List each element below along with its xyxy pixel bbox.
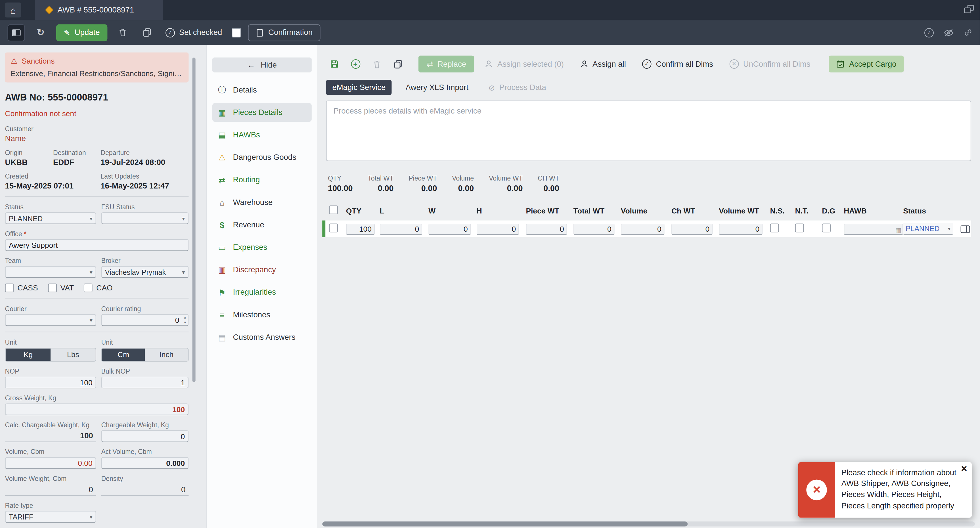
customer-value[interactable]: Name: [5, 134, 189, 143]
assign-all-button[interactable]: Assign all: [574, 56, 632, 72]
nav-item-expenses[interactable]: ▭ Expenses: [212, 238, 312, 257]
window-topbar: ⌂ AWB # 555-00008971: [0, 0, 980, 20]
volume-input[interactable]: [5, 457, 96, 469]
pieces-summary: QTY100.00 Total WT0.00 Piece WT0.00 Volu…: [317, 161, 980, 201]
cao-checkbox[interactable]: [84, 283, 92, 293]
save-button[interactable]: [326, 56, 342, 72]
replace-button[interactable]: ⇄ Replace: [418, 56, 474, 72]
hawb-lookup-icon[interactable]: ▦: [896, 226, 901, 234]
nop-input[interactable]: [5, 377, 96, 389]
row-ns-checkbox[interactable]: [770, 224, 779, 232]
horizontal-scrollbar[interactable]: [322, 521, 975, 526]
set-checked-button[interactable]: ✓ Set checked: [163, 28, 224, 37]
assign-selected-button[interactable]: Assign selected (0): [479, 56, 569, 72]
row-dg-checkbox[interactable]: [822, 224, 830, 232]
delete-button[interactable]: [114, 24, 132, 41]
header-ns: N.S.: [770, 207, 795, 215]
awb-tab[interactable]: AWB # 555-00008971: [35, 0, 163, 20]
link-button[interactable]: [964, 28, 973, 37]
row-total-wt-input[interactable]: [573, 223, 615, 235]
hide-eye-button[interactable]: [943, 29, 954, 37]
act-volume-input[interactable]: [101, 457, 188, 469]
accept-cargo-button[interactable]: Accept Cargo: [829, 56, 904, 72]
chevron-down-icon: ▾: [90, 269, 92, 275]
kg-button[interactable]: Kg: [6, 348, 51, 361]
delete-row-button[interactable]: [369, 56, 385, 72]
columns-settings-icon[interactable]: [961, 225, 970, 232]
nav-item-routing[interactable]: ⇄ Routing: [212, 170, 312, 189]
cass-checkbox[interactable]: [5, 283, 14, 293]
rate-type-value: TARIFF: [9, 513, 33, 520]
header-nt: N.T.: [795, 207, 822, 215]
nav-item-customs-answers[interactable]: ▤ Customs Answers: [212, 328, 312, 347]
tab-emagic-service[interactable]: eMagic Service: [326, 80, 392, 95]
tab-awery-xls-import[interactable]: Awery XLS Import: [399, 80, 475, 95]
home-button[interactable]: ⌂: [5, 3, 21, 17]
row-hawb-input[interactable]: [844, 223, 903, 235]
row-ch-wt-input[interactable]: [671, 223, 713, 235]
volume-label: Volume, Cbm: [5, 448, 96, 455]
lbs-button[interactable]: Lbs: [51, 348, 95, 361]
nav-item-irregularities[interactable]: ⚑ Irregularities: [212, 283, 312, 302]
hawbs-icon: ▤: [218, 130, 227, 140]
sidebar-scrollbar[interactable]: [192, 57, 196, 382]
gross-weight-label: Gross Weight, Kg: [5, 394, 189, 401]
update-button[interactable]: ✎ Update: [56, 24, 107, 41]
nav-item-discrepancy[interactable]: ▥ Discrepancy: [212, 260, 312, 279]
spinner-arrows-icon[interactable]: ▲▼: [183, 314, 187, 326]
status-select[interactable]: PLANNED ▾: [5, 212, 96, 224]
scrollbar-thumb[interactable]: [322, 521, 688, 526]
row-h-input[interactable]: [477, 223, 519, 235]
duplicate-row-button[interactable]: [390, 56, 406, 72]
courier-rating-input[interactable]: [101, 314, 188, 326]
fsu-status-select[interactable]: ▾: [101, 212, 188, 224]
departure-value: 19-Jul-2024 08:00: [100, 158, 188, 167]
row-w-input[interactable]: [428, 223, 471, 235]
nav-item-details[interactable]: ⓘ Details: [212, 81, 312, 99]
copy-button[interactable]: [138, 24, 156, 41]
set-checked-checkbox[interactable]: [231, 28, 241, 37]
confirm-all-dims-button[interactable]: ✓ Confirm all Dims: [636, 56, 719, 72]
inch-button[interactable]: Inch: [145, 348, 188, 361]
row-qty-input[interactable]: [346, 223, 375, 235]
checked-status-icon[interactable]: ✓: [924, 28, 934, 37]
rate-type-select[interactable]: TARIFF ▾: [5, 511, 96, 523]
select-all-checkbox[interactable]: [329, 205, 338, 214]
toast-close-button[interactable]: ✕: [961, 464, 967, 472]
unconfirm-all-dims-button[interactable]: ✕ UnConfirm all Dims: [724, 56, 816, 72]
refresh-button[interactable]: ↻: [32, 24, 49, 41]
restore-window-icon[interactable]: [964, 5, 974, 13]
gross-weight-input[interactable]: [5, 403, 189, 415]
row-status-select[interactable]: PLANNED ▾: [903, 223, 953, 235]
nav-item-pieces-details[interactable]: ▦ Pieces Details: [212, 103, 312, 122]
sidebar-toggle-button[interactable]: [7, 24, 25, 41]
header-volume: Volume: [621, 207, 671, 215]
bulk-nop-input[interactable]: [101, 377, 188, 389]
add-row-button[interactable]: +: [347, 56, 363, 72]
nav-item-dangerous-goods[interactable]: ⚠ Dangerous Goods: [212, 148, 312, 167]
row-volume-input[interactable]: [621, 223, 665, 235]
row-piece-wt-input[interactable]: [526, 223, 567, 235]
nav-item-hawbs[interactable]: ▤ HAWBs: [212, 126, 312, 144]
chargeable-weight-input[interactable]: [101, 430, 188, 442]
row-volume-wt-input[interactable]: [719, 223, 762, 235]
nav-item-warehouse[interactable]: ⌂ Warehouse: [212, 193, 312, 212]
tab-process-data[interactable]: ⊘ Process Data: [482, 80, 552, 95]
row-l-input[interactable]: [380, 223, 422, 235]
sanctions-banner[interactable]: ⚠ Sanctions Extensive, Financial Restric…: [5, 52, 189, 83]
created-value: 15-May-2025 07:01: [5, 182, 101, 191]
team-select[interactable]: ▾: [5, 266, 96, 278]
cm-button[interactable]: Cm: [102, 348, 145, 361]
nav-item-revenue[interactable]: $ Revenue: [212, 215, 312, 234]
office-input[interactable]: [5, 239, 189, 251]
row-select-checkbox[interactable]: [329, 224, 338, 232]
vat-checkbox[interactable]: [48, 283, 57, 293]
confirmation-button[interactable]: Confirmation: [248, 24, 321, 41]
nav-item-milestones[interactable]: ≡ Milestones: [212, 305, 312, 324]
row-nt-checkbox[interactable]: [795, 224, 804, 232]
hide-nav-button[interactable]: ← Hide: [212, 57, 312, 72]
header-status: Status: [903, 207, 961, 215]
emagic-textarea[interactable]: [326, 100, 971, 161]
courier-select[interactable]: ▾: [5, 314, 96, 326]
broker-select[interactable]: Viacheslav Prymak ▾: [101, 266, 188, 278]
